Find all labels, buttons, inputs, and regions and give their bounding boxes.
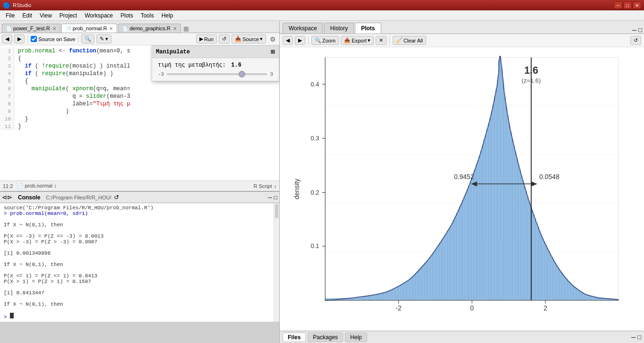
tab-help[interactable]: Help	[345, 333, 367, 342]
nav-back-button[interactable]: ◀	[2, 34, 12, 43]
right-panel-minimize[interactable]: ─	[632, 26, 636, 34]
source-button[interactable]: 📥 Source ▾	[232, 34, 266, 43]
file-icon-1: 📄	[6, 26, 12, 31]
y-tick-03: 0.3	[310, 135, 319, 142]
console-line-19	[4, 307, 270, 313]
console-refresh-icon[interactable]: ↺	[114, 194, 119, 201]
maximize-button[interactable]: □	[623, 1, 632, 9]
console-controls: ─ □	[268, 194, 277, 201]
y-axis-label: density	[293, 179, 301, 199]
rerun-button[interactable]: ↺	[219, 34, 230, 43]
code-line-9: 9 )	[0, 108, 279, 115]
console-minimize-button[interactable]: ─	[268, 194, 272, 201]
console-scrollbar[interactable]	[274, 203, 279, 322]
tab-close-2[interactable]: ✕	[109, 26, 113, 31]
tab-label-1: power_F_test.R	[13, 26, 50, 31]
tab-demo-graphics[interactable]: 📄 demo_graphics.R ✕	[118, 24, 180, 33]
menu-view[interactable]: View	[36, 11, 56, 20]
clear-all-button[interactable]: 🧹 Clear All	[393, 36, 426, 45]
console-tab-left: ⊲⊳ Console C:/Program Files/R/R_HOU/ ↺	[2, 193, 119, 202]
tab-close-3[interactable]: ✕	[173, 26, 177, 31]
slider-container: -3 3	[158, 71, 273, 77]
code-line-11: 11 }	[0, 123, 279, 130]
right-tab-controls: ─ □	[630, 26, 644, 34]
separator-1	[27, 35, 28, 43]
console-line-2: > prob.normal(mean=0, sd=1)	[4, 211, 270, 216]
plot-back-button[interactable]: ◀	[283, 36, 293, 45]
source-on-save-checkbox[interactable]	[31, 36, 37, 42]
console-output[interactable]: source('C:/Program Files/R/R_HOU/prob_no…	[0, 203, 274, 322]
tab-label-3: demo_graphics.R	[129, 26, 170, 31]
console-line-14: P(X > 1) = P(Z > 1) = 0.1587	[4, 279, 270, 284]
plot-area: -2 0 2 0.1 0.2 0.3 0.4 density	[280, 47, 644, 331]
plot-subtitle: (z=1.6)	[522, 77, 541, 84]
menu-tools[interactable]: Tools	[137, 11, 158, 20]
status-left: 11:2 📄 prob.normal ↕	[3, 183, 57, 189]
bottom-maximize-button[interactable]: □	[637, 334, 641, 341]
x-tick-label-2: 2	[543, 304, 547, 312]
export-button[interactable]: 📤 Export ▾	[341, 36, 374, 45]
minimize-button[interactable]: ─	[614, 1, 622, 9]
right-panel-maximize[interactable]: □	[638, 26, 642, 34]
menubar: File Edit View Project Workspace Plots T…	[0, 10, 644, 21]
console-expand-button[interactable]: □	[274, 194, 277, 201]
manipulate-popup: Manipulate ⊞ τιμή της μεταβλητής: 1.6 -3…	[152, 45, 279, 81]
tab-power-f-test[interactable]: 📄 power_F_test.R ✕	[2, 24, 60, 33]
manipulate-content: τιμή της μεταβλητής: 1.6 -3 3	[152, 58, 279, 81]
menu-workspace[interactable]: Workspace	[81, 11, 117, 20]
console-line-17	[4, 296, 270, 301]
script-type: R Script	[253, 183, 272, 189]
tab-prob-normal[interactable]: 📄 prob_normal.R ✕	[61, 24, 118, 33]
right-panel: Workspace History Plots ─ □ ◀ ▶ 🔍 Zoom 📤…	[280, 21, 644, 343]
menu-file[interactable]: File	[2, 11, 18, 20]
tab-history[interactable]: History	[324, 23, 354, 34]
x-tick-label-minus2: -2	[395, 304, 402, 312]
code-editor[interactable]: 1 prob.normal <- function(mean=0, s 2 { …	[0, 45, 279, 180]
console-line-15	[4, 284, 270, 290]
zoom-button[interactable]: 🔍 Zoom	[311, 36, 339, 45]
console-area: ⊲⊳ Console C:/Program Files/R/R_HOU/ ↺ ─…	[0, 192, 279, 343]
menu-help[interactable]: Help	[158, 11, 177, 20]
collapse-icon[interactable]: ⊲⊳	[2, 194, 12, 201]
console-line-6: P(X <= -3) = P(Z <= -3) = 0.0013	[4, 233, 270, 239]
code-tools-button[interactable]: ✎ ▾	[96, 34, 112, 43]
manipulate-title: Manipulate	[156, 49, 190, 55]
source-on-save-label: Source on Save	[31, 36, 75, 42]
toolbar-sep-plots	[308, 36, 309, 45]
collapse-arrows[interactable]: ⊲⊳	[2, 194, 12, 201]
manipulate-expand-button[interactable]: ⊞	[271, 48, 275, 56]
menu-plots[interactable]: Plots	[117, 11, 137, 20]
console-path: C:/Program Files/R/R_HOU/	[46, 195, 111, 200]
console-line-8	[4, 245, 270, 250]
refresh-plot-button[interactable]: ↺	[630, 36, 641, 45]
bottom-minimize-button[interactable]: ─	[631, 334, 635, 341]
param-value: 1.6	[231, 62, 241, 69]
tab-packages[interactable]: Packages	[308, 333, 343, 342]
remove-plot-button[interactable]: ✕	[376, 36, 386, 45]
console-line-12	[4, 267, 270, 273]
tab-workspace[interactable]: Workspace	[283, 23, 323, 34]
manipulate-header: Manipulate ⊞	[152, 46, 279, 58]
bottom-right-bar: Files Packages Help ─ □	[280, 331, 644, 343]
console-tab-bar: ⊲⊳ Console C:/Program Files/R/R_HOU/ ↺ ─…	[0, 192, 279, 203]
run-button[interactable]: ▶ Run	[196, 34, 217, 43]
search-button[interactable]: 🔍	[81, 34, 94, 43]
file-icon-3: 📄	[122, 26, 128, 31]
param-slider[interactable]	[167, 73, 267, 75]
console-tab-label[interactable]: Console	[15, 193, 43, 202]
nav-forward-button[interactable]: ▶	[14, 34, 25, 43]
right-tab-bar: Workspace History Plots ─ □	[280, 21, 644, 34]
settings-button[interactable]: ⚙	[268, 34, 277, 44]
tab-files[interactable]: Files	[283, 333, 306, 342]
editor-tab-bar: 📄 power_F_test.R ✕ 📄 prob_normal.R ✕ 📄 d…	[0, 21, 279, 33]
tab-close-1[interactable]: ✕	[52, 26, 56, 31]
tab-plots[interactable]: Plots	[355, 23, 381, 34]
expand-tabs-button[interactable]: ⊞	[182, 25, 190, 33]
console-line-13: P(X <= 1) = P(Z <= 1) = 0.8413	[4, 273, 270, 279]
menu-project[interactable]: Project	[56, 11, 81, 20]
editor-toolbar: ◀ ▶ Source on Save 🔍 ✎ ▾ ▶ Run ↺ 📥 Sourc…	[0, 33, 279, 45]
close-button[interactable]: ✕	[633, 1, 641, 9]
plot-forward-button[interactable]: ▶	[295, 36, 305, 45]
console-row: source('C:/Program Files/R/R_HOU/prob_no…	[0, 203, 279, 322]
menu-edit[interactable]: Edit	[18, 11, 36, 20]
